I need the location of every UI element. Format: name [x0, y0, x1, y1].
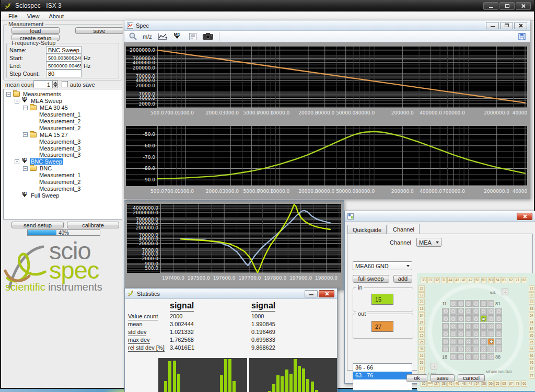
tree-item[interactable]: Measurement_2: [4, 118, 122, 125]
mea-electrode[interactable]: [472, 345, 479, 352]
mea-electrode[interactable]: [480, 323, 487, 330]
mea-electrode[interactable]: [442, 315, 449, 322]
mea-electrode[interactable]: [457, 323, 464, 330]
mea-electrode[interactable]: [442, 338, 449, 345]
mea-electrode[interactable]: [495, 345, 502, 352]
mea-electrode[interactable]: [480, 300, 487, 307]
range-list[interactable]: 36 - 6663 - 76: [353, 363, 412, 390]
range-list-item[interactable]: 36 - 66: [353, 364, 412, 372]
maximize-button[interactable]: [499, 2, 515, 10]
minimize-button[interactable]: [483, 2, 498, 10]
tree-item[interactable]: −MEA 30 45: [4, 105, 122, 111]
mea-electrode[interactable]: [450, 323, 457, 330]
menu-view[interactable]: View: [23, 13, 44, 20]
measurement-tree[interactable]: −Measurements−M1MEA Sweep−MEA 30 45Measu…: [3, 89, 122, 220]
in-channel-value[interactable]: 15: [371, 294, 393, 305]
mea-electrode[interactable]: [480, 330, 487, 337]
tab-channel[interactable]: Channel: [388, 224, 420, 234]
auto-save-checkbox[interactable]: [62, 81, 68, 87]
mea-electrode[interactable]: [442, 323, 449, 330]
mea-electrode[interactable]: [472, 308, 479, 315]
mz-tool-label[interactable]: m/z: [143, 33, 152, 40]
mea-electrode[interactable]: [457, 330, 464, 337]
mea-electrode[interactable]: [495, 308, 502, 315]
mea-electrode[interactable]: [495, 338, 502, 345]
mea-electrode[interactable]: [450, 330, 457, 337]
mea-electrode[interactable]: [442, 308, 449, 315]
tree-expander-icon[interactable]: −: [23, 166, 28, 171]
tree-item[interactable]: −MEA 15 27: [4, 131, 122, 138]
mea-electrode[interactable]: [457, 338, 464, 345]
tree-item[interactable]: Measurement_1: [4, 172, 122, 179]
mea-electrode[interactable]: [495, 323, 502, 330]
load-button[interactable]: load: [11, 27, 60, 34]
ok-button[interactable]: ok: [406, 374, 427, 382]
magnitude-plot[interactable]: 2000000.0700000.0400000.0200000.070000.0…: [126, 47, 527, 118]
mea-electrode[interactable]: [450, 353, 457, 360]
mea-electrode[interactable]: [442, 330, 449, 337]
calibrate-button[interactable]: calibrate: [67, 222, 119, 228]
name-input[interactable]: BNC Sweep: [46, 46, 82, 54]
mea-electrode[interactable]: [480, 308, 487, 315]
tree-expander-icon[interactable]: −: [23, 106, 28, 110]
tree-item[interactable]: −Measurements: [4, 91, 122, 98]
tree-item[interactable]: −BNC: [4, 165, 122, 172]
mea-electrode[interactable]: [472, 323, 479, 330]
mea-electrode[interactable]: [450, 308, 457, 315]
mea-electrode[interactable]: [472, 338, 479, 345]
main-titlebar[interactable]: Sciospec - ISX 3: [1, 0, 534, 11]
mea-electrode[interactable]: [487, 300, 494, 307]
mea-electrode[interactable]: [450, 300, 457, 307]
tree-expander-icon[interactable]: −: [15, 159, 19, 164]
save-channel-button[interactable]: save: [431, 374, 455, 382]
stepper-up-icon[interactable]: [52, 80, 58, 85]
tree-item[interactable]: Measurement_3: [4, 145, 122, 152]
mea-electrode[interactable]: [480, 353, 487, 360]
mea-electrode[interactable]: [457, 345, 464, 352]
save-plot-icon[interactable]: [518, 33, 526, 40]
mea-electrode[interactable]: [487, 345, 494, 352]
mea-electrode[interactable]: [465, 323, 472, 330]
spec-maximize-button[interactable]: [500, 22, 513, 29]
tree-item[interactable]: Measurement_2: [4, 124, 122, 131]
start-input[interactable]: 500.00380624668: [46, 54, 82, 62]
line-chart-tool-icon[interactable]: [157, 32, 168, 41]
mea-electrode[interactable]: [457, 308, 464, 315]
spec-titlebar[interactable]: Spec: [124, 20, 530, 31]
mea-electrode[interactable]: [495, 315, 502, 322]
mea-electrode[interactable]: [487, 353, 494, 360]
full-sweep-button[interactable]: full sweep: [353, 275, 389, 283]
mea-electrode[interactable]: [465, 330, 472, 337]
mea-electrode-in[interactable]: [480, 315, 487, 322]
mea-electrode-out[interactable]: [487, 338, 494, 345]
tree-item[interactable]: Measurement_3: [4, 185, 122, 192]
mea-electrode[interactable]: [480, 338, 487, 345]
mea-electrode[interactable]: [487, 330, 494, 337]
mea-electrode[interactable]: [472, 300, 479, 307]
channel-close-button[interactable]: [517, 213, 532, 220]
statistics-minimize-button[interactable]: [305, 290, 318, 297]
mea-electrode[interactable]: [442, 345, 449, 352]
save-button[interactable]: save: [75, 27, 123, 34]
camera-tool-icon[interactable]: [202, 32, 214, 40]
mea-electrode[interactable]: [465, 353, 472, 360]
mea-electrode[interactable]: [495, 330, 502, 337]
report-tool-icon[interactable]: [189, 32, 197, 41]
mea-electrode[interactable]: [480, 345, 487, 352]
mea-electrode[interactable]: [472, 353, 479, 360]
step-count-input[interactable]: 80: [46, 70, 82, 77]
tree-item[interactable]: Measurement_3: [4, 138, 122, 145]
mea-electrode[interactable]: [450, 338, 457, 345]
mea-electrode[interactable]: [450, 345, 457, 352]
cancel-button[interactable]: cancel: [458, 374, 485, 382]
m1-tool-icon[interactable]: M1: [173, 32, 181, 41]
end-input[interactable]: 5000000.0046556: [46, 62, 82, 70]
statistics-close-button[interactable]: [319, 290, 334, 297]
mea-electrode[interactable]: [472, 315, 479, 322]
tree-expander-icon[interactable]: −: [23, 132, 28, 137]
mea-electrode[interactable]: [472, 330, 479, 337]
mea-electrode[interactable]: [465, 345, 472, 352]
mea-electrode[interactable]: [487, 308, 494, 315]
mean-count-stepper[interactable]: [52, 80, 58, 88]
resonance-plot[interactable]: 4000000.02000000.0700000.0400000.0200000…: [127, 204, 341, 283]
